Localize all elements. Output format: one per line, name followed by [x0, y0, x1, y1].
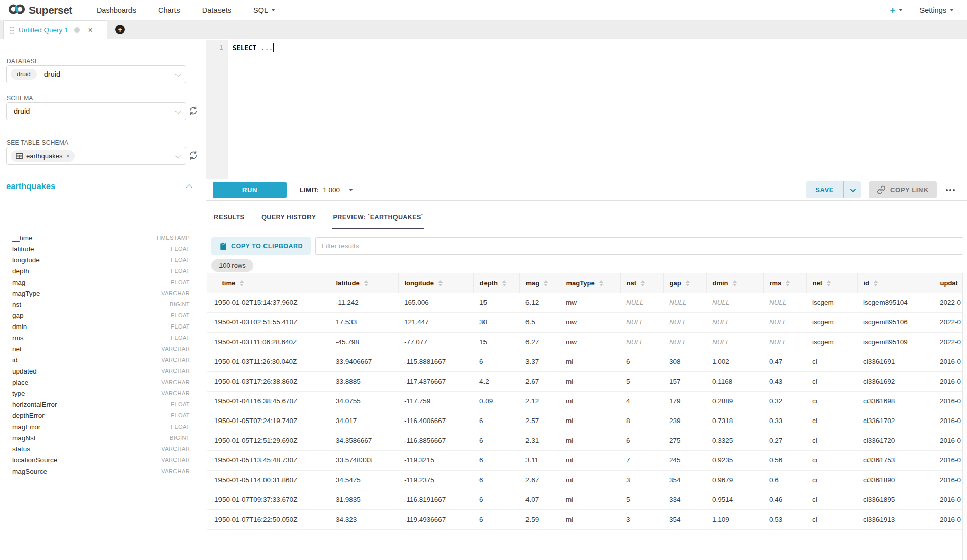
- table-cell: 0.33: [763, 411, 806, 431]
- save-button[interactable]: SAVE: [806, 186, 843, 194]
- table-cell: 1950-01-05T14:00:31.860Z: [207, 470, 330, 490]
- table-cell: 34.017: [330, 411, 398, 431]
- column-header-latitude[interactable]: latitude: [330, 273, 398, 293]
- column-header-label: mag: [526, 279, 540, 287]
- column-header-rms[interactable]: rms: [763, 273, 806, 293]
- table-cell: ml: [560, 352, 620, 371]
- table-cell: NULL: [663, 332, 706, 352]
- column-name: latitude: [12, 245, 34, 253]
- table-cell: 1950-01-07T09:37:33.670Z: [207, 490, 330, 509]
- table-cell: ci3361753: [857, 450, 934, 470]
- column-header-mag[interactable]: mag: [519, 273, 560, 293]
- results-tab-preview-earthquakes[interactable]: PREVIEW: `EARTHQUAKES`: [332, 209, 425, 229]
- column-header-magType[interactable]: magType: [560, 273, 620, 293]
- table-row: 1950-01-03T02:51:55.410Z17.533121.447306…: [207, 312, 967, 332]
- column-header-dmin[interactable]: dmin: [706, 273, 763, 293]
- schema-column-row: magNstBIGINT: [12, 432, 190, 443]
- column-name: longitude: [12, 256, 40, 264]
- schema-column-row: __timeTIMESTAMP: [12, 232, 190, 243]
- table-cell: 0.46: [763, 490, 806, 509]
- results-tab-results[interactable]: RESULTS: [213, 209, 245, 229]
- table-cell: 1950-01-04T16:38:45.670Z: [207, 391, 330, 411]
- table-row: 1950-01-05T13:45:48.730Z33.5748333-119.3…: [207, 450, 967, 470]
- refresh-schemas-button[interactable]: [188, 106, 199, 117]
- superset-logo[interactable]: Superset: [0, 3, 85, 17]
- table-select[interactable]: earthquakes ×: [6, 147, 186, 165]
- table-cell: 354: [663, 470, 706, 490]
- nav-item-sql[interactable]: SQL: [242, 6, 286, 14]
- column-header-nst[interactable]: nst: [620, 273, 663, 293]
- chevron-down-icon: [175, 152, 182, 158]
- panel-resize-handle[interactable]: [561, 203, 585, 207]
- column-header-label: magType: [566, 279, 595, 287]
- column-type: VARCHAR: [161, 468, 190, 474]
- settings-menu[interactable]: Settings: [920, 6, 954, 14]
- column-header-depth[interactable]: depth: [473, 273, 519, 293]
- copy-to-clipboard-button[interactable]: COPY TO CLIPBOARD: [211, 237, 311, 255]
- column-name: dmin: [12, 323, 27, 331]
- column-name: id: [12, 356, 18, 364]
- more-options-icon[interactable]: [945, 187, 956, 193]
- table-cell: 1950-01-05T13:45:48.730Z: [207, 450, 330, 470]
- table-row: 1950-01-03T17:26:38.860Z33.8885-117.4376…: [207, 371, 967, 391]
- table-cell: 157: [663, 371, 706, 391]
- table-cell: iscgem895106: [857, 312, 934, 332]
- table-cell: -119.4936667: [398, 509, 473, 529]
- results-tab-query-history[interactable]: QUERY HISTORY: [260, 209, 317, 229]
- column-header-net[interactable]: net: [806, 273, 857, 293]
- chevron-down-icon: [899, 9, 903, 11]
- table-cell: ci: [806, 352, 857, 371]
- clipboard-icon: [219, 242, 227, 250]
- table-cell: 6.12: [519, 293, 560, 312]
- table-cell: 165.006: [398, 293, 473, 312]
- column-header-gap[interactable]: gap: [663, 273, 706, 293]
- column-header-time[interactable]: __time: [207, 273, 330, 293]
- table-cell: -116.8191667: [398, 490, 473, 509]
- limit-dropdown[interactable]: LIMIT: 1 000: [300, 186, 353, 194]
- copy-link-button[interactable]: COPY LINK: [869, 181, 937, 198]
- nav-item-charts[interactable]: Charts: [147, 6, 191, 14]
- close-tab-icon[interactable]: ×: [88, 26, 93, 34]
- add-tab-button[interactable]: +: [115, 25, 125, 34]
- table-schema-collapse-header[interactable]: earthquakes: [6, 181, 192, 191]
- sql-editor[interactable]: 1 SELECT ...: [206, 40, 967, 179]
- database-select[interactable]: druid druid: [6, 65, 186, 83]
- save-options-button[interactable]: [844, 188, 861, 192]
- refresh-tables-button[interactable]: [188, 150, 199, 161]
- filter-results-input[interactable]: [315, 237, 963, 255]
- vertical-scrollbar[interactable]: [962, 273, 967, 560]
- column-type: VARCHAR: [161, 290, 190, 296]
- editor-gutter: 1: [206, 40, 228, 179]
- query-tab-label: Untitled Query 1: [19, 26, 68, 34]
- column-header-id[interactable]: id: [857, 273, 934, 293]
- run-button[interactable]: RUN: [213, 182, 287, 198]
- nav-item-datasets[interactable]: Datasets: [191, 6, 242, 14]
- table-cell: -119.2375: [398, 470, 473, 490]
- table-columns-list: __timeTIMESTAMPlatitudeFLOATlongitudeFLO…: [12, 232, 190, 477]
- table-cell: 0.56: [763, 450, 806, 470]
- query-tab-untitled[interactable]: Untitled Query 1 ×: [3, 20, 107, 39]
- remove-table-icon[interactable]: ×: [66, 152, 70, 160]
- table-cell: 0.2889: [706, 391, 763, 411]
- limit-label: LIMIT:: [300, 186, 319, 194]
- plus-icon: +: [890, 5, 895, 15]
- sort-icon: [599, 280, 603, 286]
- table-schema-title: earthquakes: [6, 181, 55, 191]
- schema-column-row: depthErrorFLOAT: [12, 410, 190, 421]
- chevron-down-icon: [349, 189, 353, 191]
- table-cell: 0.27: [763, 431, 806, 450]
- column-header-longitude[interactable]: longitude: [398, 273, 473, 293]
- editor-print-margin: [526, 40, 526, 179]
- table-cell: 0.53: [763, 509, 806, 529]
- table-row: 1950-01-07T16:22:50.050Z34.323-119.49366…: [207, 509, 967, 529]
- schema-select[interactable]: druid: [6, 102, 186, 120]
- nav-item-dashboards[interactable]: Dashboards: [85, 6, 147, 14]
- schema-column-row: statusVARCHAR: [12, 443, 190, 454]
- table-cell: ml: [560, 450, 620, 470]
- plus-icon: +: [118, 26, 122, 33]
- schema-column-row: magSourceVARCHAR: [12, 465, 190, 477]
- text-cursor: [273, 43, 274, 52]
- table-cell: NULL: [706, 332, 763, 352]
- save-split-button: SAVE: [806, 181, 861, 198]
- new-menu-button[interactable]: +: [890, 5, 902, 15]
